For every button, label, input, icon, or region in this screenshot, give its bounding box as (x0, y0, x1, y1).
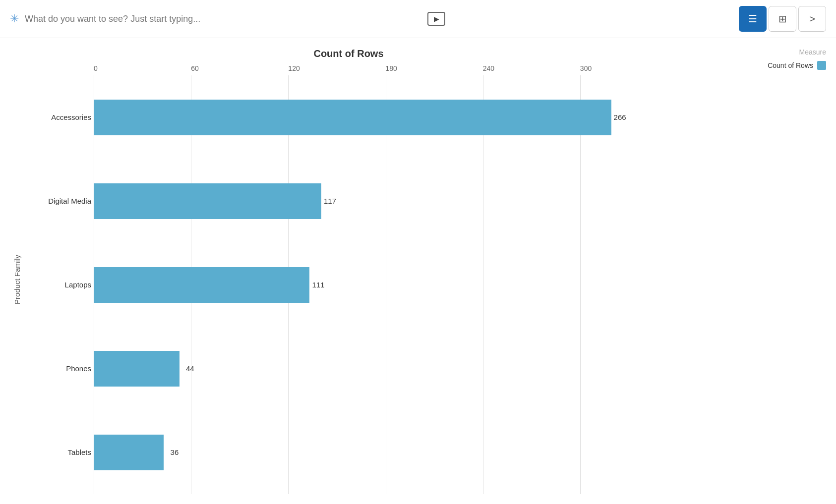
bar-row: Tablets36 (94, 410, 677, 494)
table-icon: ⊞ (778, 13, 787, 25)
chart-area: Count of Rows Product Family 06012018024… (0, 38, 727, 504)
bar-wrapper: 44 (94, 351, 677, 387)
top-bar: ✳ ▶ ☰ ⊞ > (0, 0, 836, 38)
legend-panel: Measure Count of Rows (727, 38, 836, 504)
bar: 117 (94, 183, 321, 219)
y-axis-label: Product Family (10, 64, 24, 494)
bar-label: Digital Media (24, 197, 91, 205)
play-icon: ▶ (434, 15, 439, 23)
bar-wrapper: 36 (94, 435, 677, 470)
chevron-right-icon: > (809, 13, 815, 25)
bar-row: Accessories266 (94, 75, 677, 159)
bar-label: Tablets (24, 448, 91, 456)
bar-value: 266 (614, 113, 626, 121)
bar-value: 44 (186, 364, 194, 373)
x-axis-tick: 300 (580, 64, 677, 72)
legend-title: Measure (732, 48, 826, 56)
bar-value: 111 (312, 280, 324, 289)
x-axis-tick: 240 (483, 64, 580, 72)
x-axis-tick: 60 (191, 64, 288, 72)
x-axis-tick: 120 (288, 64, 385, 72)
bar-wrapper: 266 (94, 100, 677, 135)
legend-item-label: Count of Rows (768, 61, 813, 69)
bar: 44 (94, 351, 179, 387)
bar-wrapper: 117 (94, 183, 677, 219)
bar-row: Laptops111 (94, 243, 677, 327)
table-view-button[interactable]: ⊞ (769, 6, 796, 32)
chart-container: Product Family 060120180240300 Accessori… (10, 64, 727, 494)
bar: 111 (94, 267, 309, 303)
bar-label: Laptops (24, 280, 91, 289)
legend-item: Count of Rows (732, 61, 826, 70)
x-axis: 060120180240300 (24, 64, 727, 72)
bar-label: Accessories (24, 113, 91, 121)
bar-wrapper: 111 (94, 267, 677, 303)
content-area: Count of Rows Product Family 06012018024… (0, 38, 836, 504)
chart-title: Count of Rows (10, 48, 727, 59)
toolbar: ☰ ⊞ > (739, 6, 826, 32)
bar-value: 117 (324, 197, 336, 205)
star-icon: ✳ (10, 12, 19, 25)
chart-icon: ☰ (748, 13, 757, 25)
bar-value: 36 (171, 448, 179, 456)
x-axis-tick: 0 (94, 64, 191, 72)
bar-label: Phones (24, 364, 91, 373)
x-axis-tick: 180 (386, 64, 483, 72)
bar: 266 (94, 100, 611, 135)
chart-view-button[interactable]: ☰ (739, 6, 767, 32)
bar: 36 (94, 435, 164, 470)
legend-color-swatch (817, 61, 826, 70)
bars-section: Accessories266Digital Media117Laptops111… (24, 75, 727, 494)
bar-row: Digital Media117 (94, 159, 677, 243)
search-input[interactable] (25, 14, 421, 24)
code-view-button[interactable]: > (798, 6, 826, 32)
bar-row: Phones44 (94, 327, 677, 410)
chart-inner: 060120180240300 Accessories266Digital Me… (24, 64, 727, 494)
play-button[interactable]: ▶ (427, 12, 445, 26)
